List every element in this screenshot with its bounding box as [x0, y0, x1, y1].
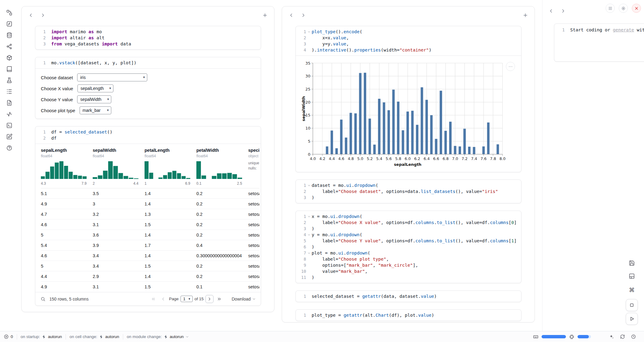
table-row[interactable]: 5.43.91.70.4setosa [41, 240, 259, 251]
code-line: 3 y=y.value, [296, 41, 518, 47]
error-count: 0 [11, 334, 13, 339]
column-1-add-cell-button[interactable] [261, 11, 269, 20]
marimo-notebook-app: 1import marimo as mo2import altair as al… [0, 0, 644, 342]
column-header[interactable]: speciesobjectunique:nulls: [248, 147, 259, 186]
table-row[interactable]: 5.13.51.40.2setosa [41, 188, 259, 199]
panel-workflow-button[interactable] [4, 8, 14, 17]
code-editor-selected-dataset[interactable]: 1selected_dataset = getattr(data, datase… [296, 291, 521, 302]
cell-xy-plot-dropdowns: 1x = mo.ui.dropdown(2 label="Choose X va… [295, 211, 521, 283]
choose-y-value-select[interactable]: sepalWidth [77, 95, 111, 103]
on-startup-config-button[interactable]: on startup:autorun [21, 334, 62, 339]
table-row[interactable]: 4.63.11.50.2setosa [41, 219, 259, 230]
panel-document-button[interactable] [4, 98, 14, 107]
column-1-prev-button[interactable] [27, 11, 35, 20]
table-row[interactable]: 53.41.50.2setosa [41, 261, 259, 271]
svg-text:7.8: 7.8 [490, 156, 496, 161]
panel-book-button[interactable] [4, 64, 14, 73]
fold-chevron-icon [306, 256, 312, 262]
generate-link[interactable]: generate [613, 27, 634, 32]
panel-logs-button[interactable] [4, 87, 14, 96]
svg-text:15: 15 [305, 113, 310, 117]
code-line: 2import altair as alt [35, 35, 258, 41]
logs-icon [6, 88, 13, 95]
chevron-down-icon [252, 297, 256, 301]
choose-plot-type-select[interactable]: mark_bar [80, 106, 111, 114]
column-histogram [93, 161, 138, 179]
choose-x-value-select[interactable]: sepalLength [77, 84, 113, 92]
svg-text:5.2: 5.2 [367, 156, 373, 161]
panel-package-button[interactable] [4, 53, 14, 62]
code-line: 3) [296, 194, 518, 201]
line-number: 1 [35, 60, 46, 66]
app-view-button[interactable] [626, 270, 638, 282]
next-page-button[interactable] [206, 295, 213, 303]
download-label: Download [232, 297, 251, 301]
altair-bar-chart[interactable]: 051015202530354.04.24.44.64.85.05.25.45.… [300, 59, 518, 169]
save-notebook-button[interactable] [626, 257, 638, 269]
chart-menu-button[interactable] [506, 62, 515, 71]
panel-network-button[interactable] [4, 42, 14, 51]
svg-text:10: 10 [305, 126, 310, 130]
recent-runs-button[interactable] [629, 333, 637, 341]
code-line: 4y = mo.ui.dropdown( [296, 232, 518, 238]
panel-file-function-button[interactable] [4, 19, 14, 28]
panel-prev-button[interactable] [547, 7, 555, 15]
panel-menu-button[interactable] [606, 4, 615, 13]
svg-text:5: 5 [308, 139, 310, 144]
on-cell-change-config-button[interactable]: on cell change:autorun [70, 334, 119, 339]
column-1-next-button[interactable] [39, 11, 47, 20]
panel-scratchpad-button[interactable] [4, 132, 14, 141]
ai-assistant-button[interactable] [607, 333, 615, 341]
table-row[interactable]: 4.63.41.40.30000000000000004setosa [41, 251, 259, 261]
code-editor-plot-type[interactable]: 1plot_type = getattr(alt.Chart(df), plot… [296, 310, 521, 321]
panel-terminal-button[interactable] [4, 121, 14, 130]
panel-database-button[interactable] [4, 30, 14, 40]
table-row[interactable]: 4.93.11.50.1setosa [41, 282, 259, 292]
panel-flask-button[interactable] [4, 76, 14, 85]
code-editor-dataset[interactable]: 1dataset = mo.ui.dropdown(2 label="Choos… [296, 180, 521, 203]
download-button[interactable]: Download [232, 297, 256, 301]
column-header[interactable]: sepalLengthfloat644.37.9 [41, 147, 93, 186]
panel-close-button[interactable] [632, 4, 641, 13]
panel-help-button[interactable] [4, 143, 14, 152]
choose-dataset-select[interactable]: iris [77, 73, 147, 81]
svg-text:5.4: 5.4 [376, 156, 382, 161]
code-editor-controls[interactable]: 1x = mo.ui.dropdown(2 label="Choose X va… [296, 211, 521, 283]
table-row[interactable]: 53.61.40.2setosa [41, 230, 259, 240]
table-row[interactable]: 4.73.21.30.2setosa [41, 209, 259, 219]
line-number: 7 [296, 250, 306, 256]
panel-next-button[interactable] [559, 7, 567, 15]
prev-page-button[interactable] [159, 295, 167, 303]
column-header[interactable]: sepalWidthfloat6424.4 [93, 147, 145, 186]
on-module-change-config-button[interactable]: on module change:autorun [127, 334, 189, 339]
keyboard-shortcuts-button[interactable]: ⌘ [626, 284, 638, 296]
code-editor-plot[interactable]: 1plot_type().encode(2 x=x.value,3 y=y.va… [296, 26, 521, 55]
last-page-button[interactable] [215, 295, 223, 303]
code-line: 1mo.vstack([dataset, x, y, plot]) [35, 60, 258, 66]
table-search-button[interactable] [39, 295, 47, 303]
svg-text:sepalWidth: sepalWidth [301, 96, 306, 121]
panel-settings-button[interactable] [619, 4, 628, 13]
table-row[interactable]: 4.42.91.40.2setosa [41, 271, 259, 282]
page-select[interactable]: 1 [181, 296, 193, 302]
column-header[interactable]: petalWidthfloat640.12.5 [196, 147, 248, 186]
code-editor-vstack[interactable]: 1mo.vstack([dataset, x, y, plot]) [35, 57, 261, 68]
sync-button[interactable] [618, 333, 626, 341]
dropdown-label: Choose Y value [41, 97, 73, 102]
svg-text:20: 20 [305, 100, 310, 105]
table-row[interactable]: 4.931.40.2setosa [41, 199, 259, 209]
code-line: 7plot = mo.ui.dropdown( [296, 250, 518, 256]
errors-indicator-button[interactable]: 0 [4, 334, 13, 339]
column-2-prev-button[interactable] [287, 11, 295, 20]
column-2-next-button[interactable] [299, 11, 308, 20]
column-header[interactable]: petalLengthfloat6416.9 [145, 147, 196, 186]
line-number: 1 [554, 27, 565, 33]
first-page-button[interactable] [149, 295, 157, 303]
column-2-add-cell-button[interactable] [521, 11, 530, 20]
ai-editor-cell[interactable]: 1 Start coding or generate with [554, 23, 644, 62]
run-all-button[interactable] [626, 313, 638, 325]
code-editor-dataframe[interactable]: 1df = selected_dataset()2df [35, 126, 261, 144]
code-editor-imports[interactable]: 1import marimo as mo2import altair as al… [35, 26, 261, 49]
panel-activity-button[interactable] [4, 109, 14, 119]
interrupt-button[interactable] [626, 299, 638, 311]
